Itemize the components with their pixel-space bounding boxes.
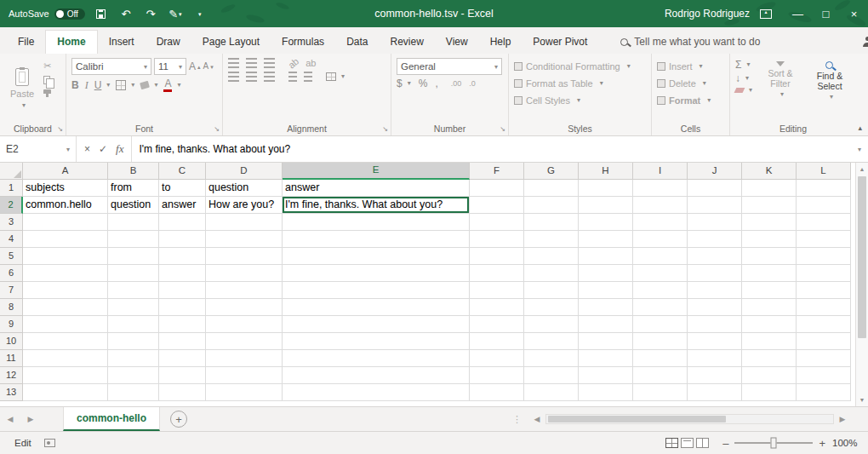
cell-G7[interactable] [524,282,579,299]
cell-styles-button[interactable]: Cell Styles▾ [514,92,646,108]
font-color-button[interactable]: A▾ [163,78,180,92]
row-header-6[interactable]: 6 [0,265,23,282]
cell-J10[interactable] [688,333,742,350]
cell-B11[interactable] [108,350,159,367]
maximize-button[interactable]: □ [812,0,840,27]
cell-L13[interactable] [797,384,851,401]
cell-F2[interactable] [470,197,524,214]
cell-B12[interactable] [108,367,159,384]
italic-button[interactable]: I [85,80,89,90]
zoom-slider[interactable] [734,442,813,444]
cell-C1[interactable]: to [159,180,206,197]
cell-C6[interactable] [159,265,206,282]
horizontal-scrollbar[interactable]: ◀ ▶ [530,414,849,424]
cell-A2[interactable]: common.hello [23,197,108,214]
cell-E6[interactable] [283,265,470,282]
autosave-toggle[interactable]: AutoSave Off [9,9,85,20]
cell-J4[interactable] [688,231,742,248]
number-format-combo[interactable]: General▾ [397,58,502,75]
row-header-8[interactable]: 8 [0,299,23,316]
cell-C10[interactable] [159,333,206,350]
cell-L3[interactable] [797,214,851,231]
cell-D5[interactable] [206,248,283,265]
horizontal-scroll-track[interactable] [545,414,834,424]
cell-A3[interactable] [23,214,108,231]
cell-I1[interactable] [633,180,688,197]
cell-L7[interactable] [797,282,851,299]
horizontal-scroll-thumb[interactable] [548,416,726,422]
cell-B5[interactable] [108,248,159,265]
cell-J6[interactable] [688,265,742,282]
cell-K6[interactable] [742,265,797,282]
bottom-align-button[interactable] [264,58,275,68]
cell-K10[interactable] [742,333,797,350]
cell-F13[interactable] [470,384,524,401]
cell-H4[interactable] [579,231,633,248]
page-layout-view-button[interactable] [681,438,694,448]
row-header-9[interactable]: 9 [0,316,23,333]
tab-help[interactable]: Help [479,31,523,54]
vertical-scrollbar[interactable]: ▲ ▼ [855,163,868,406]
conditional-formatting-button[interactable]: Conditional Formatting▾ [514,58,646,74]
column-header-B[interactable]: B [108,163,159,180]
tab-review[interactable]: Review [379,31,434,54]
cell-D6[interactable] [206,265,283,282]
clipboard-dialog-launcher[interactable]: ↘ [57,126,63,133]
cell-K8[interactable] [742,299,797,316]
cell-I3[interactable] [633,214,688,231]
alignment-dialog-launcher[interactable]: ↘ [382,126,388,133]
tab-power-pivot[interactable]: Power Pivot [522,31,598,54]
column-header-F[interactable]: F [470,163,524,180]
insert-cells-button[interactable]: Insert▾ [657,58,724,74]
zoom-in-button[interactable]: + [819,438,825,449]
row-header-2[interactable]: 2 [0,197,23,214]
cell-F9[interactable] [470,316,524,333]
cell-I2[interactable] [633,197,688,214]
cell-G4[interactable] [524,231,579,248]
cell-C4[interactable] [159,231,206,248]
cell-B10[interactable] [108,333,159,350]
cell-J11[interactable] [688,350,742,367]
scroll-down-icon[interactable]: ▼ [859,394,865,406]
cell-I6[interactable] [633,265,688,282]
select-all-corner[interactable] [0,163,23,180]
cell-L12[interactable] [797,367,851,384]
column-header-C[interactable]: C [159,163,206,180]
cell-A13[interactable] [23,384,108,401]
cell-J9[interactable] [688,316,742,333]
clear-button[interactable]: ▾ [735,87,752,94]
cell-F11[interactable] [470,350,524,367]
cell-B13[interactable] [108,384,159,401]
cell-A4[interactable] [23,231,108,248]
normal-view-button[interactable] [665,438,678,448]
cell-D8[interactable] [206,299,283,316]
cell-D12[interactable] [206,367,283,384]
cell-E1[interactable]: answer [283,180,470,197]
cell-C9[interactable] [159,316,206,333]
cut-button[interactable]: ✂ [43,61,51,71]
cell-G5[interactable] [524,248,579,265]
cell-B3[interactable] [108,214,159,231]
cell-J1[interactable] [688,180,742,197]
cell-B1[interactable]: from [108,180,159,197]
font-dialog-launcher[interactable]: ↘ [214,126,220,133]
cell-A12[interactable] [23,367,108,384]
enter-button[interactable]: ✓ [99,143,107,155]
column-header-J[interactable]: J [688,163,742,180]
cell-F6[interactable] [470,265,524,282]
autosum-button[interactable]: Σ▾ [735,60,752,70]
cell-F1[interactable] [470,180,524,197]
cell-G10[interactable] [524,333,579,350]
previous-sheet-button[interactable]: ◀ [0,415,20,423]
cell-H13[interactable] [579,384,633,401]
cell-F10[interactable] [470,333,524,350]
cell-B6[interactable] [108,265,159,282]
paste-button[interactable]: Paste ▾ [5,58,39,119]
cell-K1[interactable] [742,180,797,197]
minimize-button[interactable]: — [784,0,812,27]
cell-E12[interactable] [283,367,470,384]
cell-H10[interactable] [579,333,633,350]
fill-color-button[interactable]: ▾ [140,82,157,89]
cell-I4[interactable] [633,231,688,248]
cell-L10[interactable] [797,333,851,350]
